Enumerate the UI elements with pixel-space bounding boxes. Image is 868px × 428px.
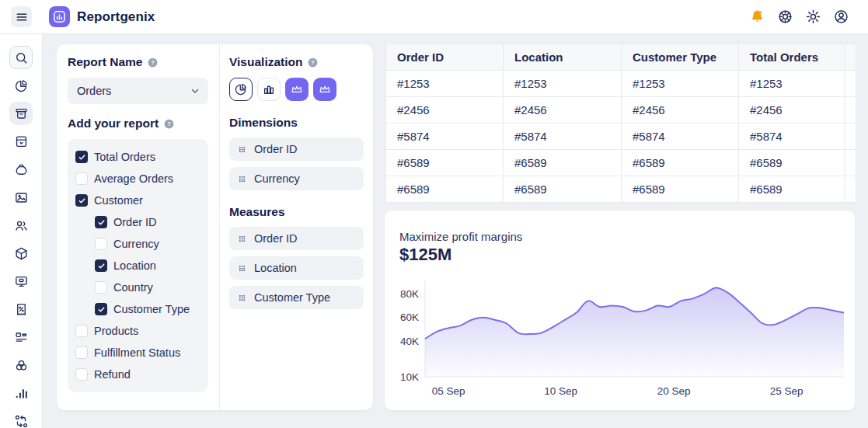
checkbox-label: Refund bbox=[94, 368, 131, 381]
drag-handle-icon[interactable] bbox=[237, 144, 247, 155]
checkbox-unchecked[interactable] bbox=[75, 346, 88, 359]
swap-arrows-icon bbox=[14, 414, 29, 428]
drag-handle-icon[interactable] bbox=[237, 234, 247, 244]
table-row: #5874#5874#5874#5874 bbox=[386, 124, 856, 150]
notification-bell-icon bbox=[749, 9, 765, 25]
checkbox-checked[interactable] bbox=[95, 216, 107, 228]
checkbox-row-order-id[interactable]: Order ID bbox=[95, 211, 200, 233]
table-cell: #5874 bbox=[386, 124, 504, 150]
table-cell: #6589 bbox=[386, 150, 504, 176]
checkbox-row-location[interactable]: Location bbox=[95, 255, 200, 277]
visualization-panel: Visualization ? Dimensions Order IDCurre… bbox=[219, 44, 373, 410]
sidebar-bar-chart-button[interactable] bbox=[9, 381, 33, 405]
table-cell-clipped bbox=[845, 71, 856, 97]
chevron-down-icon bbox=[189, 85, 201, 97]
help-icon[interactable]: ? bbox=[163, 118, 175, 130]
topbar: Reportgenix bbox=[0, 0, 868, 34]
measure-item-location[interactable]: Location bbox=[229, 256, 364, 280]
chart-type-crown-button[interactable] bbox=[313, 78, 336, 101]
checkbox-checked[interactable] bbox=[95, 259, 107, 272]
sidebar-image-button[interactable] bbox=[9, 186, 33, 209]
checkbox-row-customer-type[interactable]: Customer Type bbox=[95, 298, 200, 320]
receipt-percent-icon bbox=[14, 302, 29, 317]
dimension-item-label: Currency bbox=[254, 172, 300, 185]
svg-text:10 Sep: 10 Sep bbox=[544, 385, 577, 397]
drag-handle-icon[interactable] bbox=[237, 293, 247, 303]
sidebar-users-button[interactable] bbox=[9, 214, 33, 237]
checkbox-row-products[interactable]: Products bbox=[75, 320, 200, 342]
table-cell: #2456 bbox=[622, 97, 739, 124]
help-icon[interactable]: ? bbox=[307, 57, 319, 68]
notifications-button[interactable] bbox=[747, 7, 767, 27]
dimension-item-order-id[interactable]: Order ID bbox=[229, 137, 364, 161]
checkbox-row-fulfillment-status[interactable]: Fulfillment Status bbox=[75, 342, 200, 364]
checkbox-unchecked[interactable] bbox=[75, 325, 88, 337]
sidebar-icon-rail bbox=[0, 34, 43, 428]
account-button[interactable] bbox=[831, 7, 851, 27]
visualization-heading: Visualization ? bbox=[229, 55, 364, 69]
table-cell: #2456 bbox=[504, 97, 622, 124]
checkbox-row-country[interactable]: Country bbox=[95, 277, 200, 298]
checkbox-row-refund[interactable]: Refund bbox=[75, 364, 200, 385]
checkbox-checked[interactable] bbox=[75, 151, 88, 163]
checkbox-unchecked[interactable] bbox=[75, 368, 88, 381]
measures-heading: Measures bbox=[229, 205, 364, 219]
sidebar-money-bag-button[interactable] bbox=[9, 158, 33, 181]
checkbox-label: Total Orders bbox=[94, 151, 155, 163]
logo-chart-icon bbox=[52, 9, 67, 24]
chart-type-column-chart-button[interactable] bbox=[257, 78, 281, 101]
sidebar-search-button[interactable] bbox=[9, 46, 33, 69]
table-cell: #6589 bbox=[504, 150, 622, 176]
checkbox-unchecked[interactable] bbox=[95, 281, 107, 294]
sidebar-archive-box-button[interactable] bbox=[9, 102, 33, 125]
globe-settings-button[interactable] bbox=[775, 7, 795, 27]
table-cell: #5874 bbox=[504, 124, 622, 150]
measure-item-customer-type[interactable]: Customer Type bbox=[229, 286, 364, 309]
checkbox-row-customer[interactable]: Customer bbox=[75, 190, 200, 211]
sidebar-archive-drawer-button[interactable] bbox=[9, 130, 33, 153]
sidebar-swap-arrows-button[interactable] bbox=[9, 409, 33, 428]
sidebar-pie-chart-button[interactable] bbox=[9, 74, 33, 97]
globe-settings-icon bbox=[777, 9, 793, 25]
report-name-heading: Report Name ? bbox=[68, 55, 208, 69]
settings-button[interactable] bbox=[803, 7, 823, 27]
drag-handle-icon[interactable] bbox=[237, 174, 247, 184]
menu-button[interactable] bbox=[11, 6, 32, 27]
chart-type-crown-button[interactable] bbox=[285, 78, 309, 101]
help-icon[interactable]: ? bbox=[147, 57, 159, 68]
area-chart-svg: 80K60K40K10K05 Sep10 Sep20 Sep25 Sep bbox=[391, 276, 850, 406]
table-cell: #6589 bbox=[386, 176, 504, 203]
checkbox-row-average-orders[interactable]: Average Orders bbox=[75, 168, 200, 190]
sidebar-package-button[interactable] bbox=[9, 242, 33, 265]
sidebar-receipt-percent-button[interactable] bbox=[9, 298, 33, 321]
add-report-title: Add your report bbox=[68, 117, 159, 130]
chart-metric-value: $125M bbox=[399, 245, 451, 265]
report-name-select[interactable]: Orders bbox=[68, 78, 208, 104]
drag-handle-icon[interactable] bbox=[237, 263, 247, 273]
checkbox-label: Fulfillment Status bbox=[94, 346, 180, 359]
pie-chart-icon bbox=[14, 78, 29, 93]
dimensions-list: Order IDCurrency bbox=[229, 137, 364, 190]
menu-icon bbox=[15, 10, 29, 24]
sidebar-layout-list-button[interactable] bbox=[9, 325, 33, 349]
measure-item-order-id[interactable]: Order ID bbox=[229, 227, 364, 250]
checkbox-label: Location bbox=[113, 259, 156, 272]
dimension-item-currency[interactable]: Currency bbox=[229, 167, 364, 190]
checkbox-checked[interactable] bbox=[75, 194, 88, 207]
settings-gear-icon bbox=[805, 9, 821, 25]
checkbox-unchecked[interactable] bbox=[75, 172, 88, 185]
sidebar-monitor-button[interactable] bbox=[9, 270, 33, 293]
svg-text:80K: 80K bbox=[400, 288, 419, 300]
chart-type-pie-chart-button[interactable] bbox=[229, 78, 253, 101]
checkbox-unchecked[interactable] bbox=[95, 238, 107, 250]
checkbox-checked[interactable] bbox=[95, 303, 107, 315]
sidebar-venn-circles-button[interactable] bbox=[9, 353, 33, 377]
table-cell: #5874 bbox=[622, 124, 739, 150]
checkbox-row-total-orders[interactable]: Total Orders bbox=[75, 146, 200, 168]
checkbox-row-currency[interactable]: Currency bbox=[95, 233, 200, 255]
image-icon bbox=[14, 190, 29, 205]
measure-item-label: Order ID bbox=[254, 232, 298, 245]
measures-list: Order IDLocationCustomer Type bbox=[229, 227, 364, 309]
table-row: #6589#6589#6589#6589 bbox=[386, 176, 856, 203]
visualization-title: Visualization bbox=[229, 55, 302, 69]
